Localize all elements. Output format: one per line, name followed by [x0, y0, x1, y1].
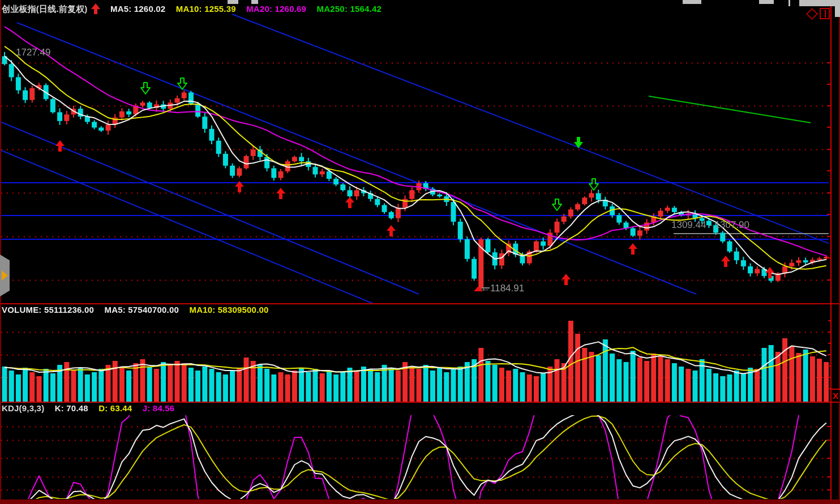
stock-chart-window: 创业板指(日线.前复权) MA5: 1260.02 MA10: 1255.39 … — [0, 0, 840, 504]
kdj-title: KDJ(9,3,3) — [2, 403, 44, 413]
close-indicator-button[interactable]: X — [832, 390, 839, 402]
high-price-label: 1727.49 — [16, 47, 50, 58]
ma5-value: MA5: 1260.02 — [110, 4, 165, 14]
sidebar-expand-tab[interactable] — [0, 255, 10, 296]
kdj-d-value: D: 63.44 — [98, 403, 132, 413]
window-fragment — [683, 0, 701, 4]
volume-ma5-value: MA5: 57540700.00 — [104, 305, 179, 315]
expand-arrow-icon — [2, 270, 8, 281]
ma250-value: MA250: 1564.42 — [317, 4, 382, 14]
window-fragment-notch — [790, 0, 799, 6]
kdj-j-value: J: 84.56 — [143, 403, 175, 413]
volume-ma10-value: MA10: 58309500.00 — [189, 305, 268, 315]
main-chart-legend: 创业板指(日线.前复权) MA5: 1260.02 MA10: 1255.39 … — [2, 3, 389, 15]
window-fragment — [759, 0, 774, 4]
up-arrow-icon — [91, 3, 100, 14]
ma20-value: MA20: 1260.69 — [246, 4, 306, 14]
volume-value: VOLUME: 55111236.00 — [2, 305, 94, 315]
kdj-legend: KDJ(9,3,3) K: 70.48 D: 63.44 J: 84.56 — [2, 403, 182, 413]
restore-window-icon[interactable] — [820, 8, 830, 19]
ma10-value: MA10: 1255.39 — [176, 4, 236, 14]
volume-legend: VOLUME: 55111236.00 MA5: 57540700.00 MA1… — [2, 305, 277, 315]
instrument-title: 创业板指(日线.前复权) — [2, 4, 88, 14]
window-fragment — [835, 0, 840, 17]
gap-range-label: 1309.44 - 1307.90 — [671, 219, 749, 231]
low-price-label: ←1184.91 — [481, 283, 524, 294]
kdj-k-value: K: 70.48 — [55, 403, 88, 413]
chart-canvas[interactable] — [0, 0, 840, 504]
